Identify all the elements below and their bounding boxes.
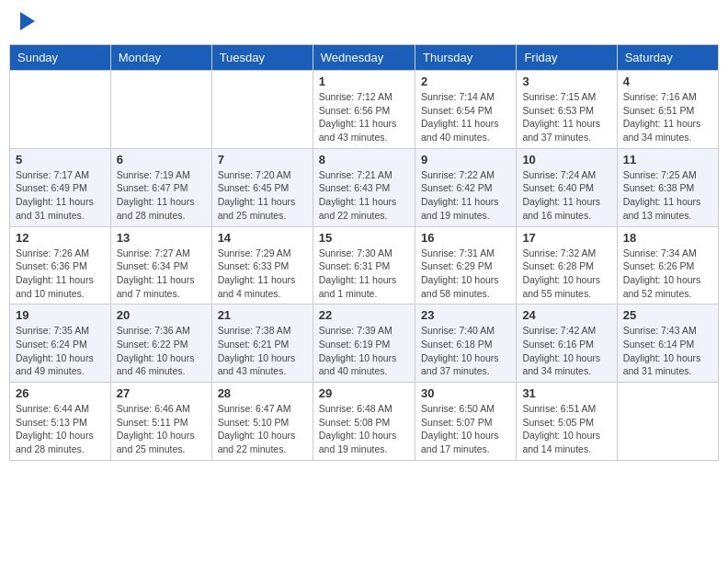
calendar-cell bbox=[10, 71, 111, 149]
calendar-table: SundayMondayTuesdayWednesdayThursdayFrid… bbox=[9, 44, 719, 461]
day-info: Sunrise: 7:27 AMSunset: 6:34 PMDaylight:… bbox=[117, 247, 206, 301]
day-number: 21 bbox=[218, 308, 307, 322]
day-number: 11 bbox=[623, 153, 712, 167]
day-info: Sunrise: 6:47 AMSunset: 5:10 PMDaylight:… bbox=[218, 402, 307, 456]
day-number: 26 bbox=[16, 386, 105, 400]
column-header-wednesday: Wednesday bbox=[313, 45, 415, 71]
calendar-cell bbox=[617, 383, 718, 461]
day-number: 10 bbox=[522, 153, 610, 167]
day-info: Sunrise: 7:24 AMSunset: 6:40 PMDaylight:… bbox=[522, 168, 610, 223]
day-info: Sunrise: 7:29 AMSunset: 6:33 PMDaylight:… bbox=[218, 247, 307, 301]
day-info: Sunrise: 7:12 AMSunset: 6:56 PMDaylight:… bbox=[319, 90, 409, 144]
day-number: 4 bbox=[623, 75, 712, 88]
calendar-cell: 14Sunrise: 7:29 AMSunset: 6:33 PMDayligh… bbox=[211, 226, 313, 304]
page-header bbox=[9, 9, 719, 35]
day-number: 13 bbox=[117, 231, 206, 245]
day-info: Sunrise: 7:42 AMSunset: 6:16 PMDaylight:… bbox=[522, 324, 610, 378]
day-info: Sunrise: 7:25 AMSunset: 6:38 PMDaylight:… bbox=[623, 168, 712, 223]
day-info: Sunrise: 6:46 AMSunset: 5:11 PMDaylight:… bbox=[117, 402, 206, 456]
day-info: Sunrise: 7:17 AMSunset: 6:49 PMDaylight:… bbox=[16, 168, 105, 223]
calendar-cell bbox=[110, 71, 211, 149]
calendar-cell: 31Sunrise: 6:51 AMSunset: 5:05 PMDayligh… bbox=[517, 383, 617, 461]
calendar-cell bbox=[211, 71, 313, 149]
day-number: 7 bbox=[218, 153, 307, 167]
calendar-cell: 5Sunrise: 7:17 AMSunset: 6:49 PMDaylight… bbox=[10, 148, 111, 226]
day-number: 16 bbox=[421, 231, 510, 245]
calendar-cell: 29Sunrise: 6:48 AMSunset: 5:08 PMDayligh… bbox=[313, 383, 415, 461]
day-info: Sunrise: 7:38 AMSunset: 6:21 PMDaylight:… bbox=[218, 324, 307, 378]
logo-arrow-icon bbox=[20, 12, 35, 30]
day-info: Sunrise: 7:34 AMSunset: 6:26 PMDaylight:… bbox=[623, 247, 712, 301]
calendar-cell: 8Sunrise: 7:21 AMSunset: 6:43 PMDaylight… bbox=[313, 148, 415, 226]
day-number: 24 bbox=[522, 308, 610, 322]
day-number: 18 bbox=[623, 231, 712, 245]
calendar-cell: 16Sunrise: 7:31 AMSunset: 6:29 PMDayligh… bbox=[415, 226, 516, 304]
day-number: 19 bbox=[16, 308, 105, 322]
calendar-cell: 11Sunrise: 7:25 AMSunset: 6:38 PMDayligh… bbox=[617, 148, 718, 226]
calendar-cell: 2Sunrise: 7:14 AMSunset: 6:54 PMDaylight… bbox=[415, 71, 516, 149]
day-info: Sunrise: 7:31 AMSunset: 6:29 PMDaylight:… bbox=[421, 247, 510, 301]
calendar-cell: 12Sunrise: 7:26 AMSunset: 6:36 PMDayligh… bbox=[10, 226, 111, 304]
day-info: Sunrise: 7:35 AMSunset: 6:24 PMDaylight:… bbox=[16, 324, 105, 378]
day-number: 25 bbox=[623, 308, 712, 322]
calendar-cell: 7Sunrise: 7:20 AMSunset: 6:45 PMDaylight… bbox=[211, 148, 313, 226]
calendar-cell: 26Sunrise: 6:44 AMSunset: 5:13 PMDayligh… bbox=[10, 383, 111, 461]
day-info: Sunrise: 7:30 AMSunset: 6:31 PMDaylight:… bbox=[319, 247, 409, 301]
calendar-cell: 28Sunrise: 6:47 AMSunset: 5:10 PMDayligh… bbox=[211, 383, 313, 461]
day-number: 30 bbox=[421, 386, 510, 400]
day-info: Sunrise: 7:32 AMSunset: 6:28 PMDaylight:… bbox=[522, 247, 610, 301]
calendar-cell: 9Sunrise: 7:22 AMSunset: 6:42 PMDaylight… bbox=[415, 148, 516, 226]
day-number: 20 bbox=[117, 308, 206, 322]
calendar-cell: 4Sunrise: 7:16 AMSunset: 6:51 PMDaylight… bbox=[617, 71, 718, 149]
calendar-week-row: 12Sunrise: 7:26 AMSunset: 6:36 PMDayligh… bbox=[10, 226, 719, 304]
calendar-week-row: 5Sunrise: 7:17 AMSunset: 6:49 PMDaylight… bbox=[10, 148, 719, 226]
calendar-cell: 10Sunrise: 7:24 AMSunset: 6:40 PMDayligh… bbox=[517, 148, 617, 226]
day-number: 1 bbox=[319, 75, 409, 88]
calendar-cell: 17Sunrise: 7:32 AMSunset: 6:28 PMDayligh… bbox=[517, 226, 617, 304]
calendar-cell: 21Sunrise: 7:38 AMSunset: 6:21 PMDayligh… bbox=[211, 304, 313, 383]
day-info: Sunrise: 7:21 AMSunset: 6:43 PMDaylight:… bbox=[319, 168, 409, 223]
day-number: 15 bbox=[319, 231, 409, 245]
calendar-cell: 15Sunrise: 7:30 AMSunset: 6:31 PMDayligh… bbox=[313, 226, 415, 304]
day-number: 6 bbox=[117, 153, 206, 167]
calendar-cell: 6Sunrise: 7:19 AMSunset: 6:47 PMDaylight… bbox=[110, 148, 211, 226]
calendar-header-row: SundayMondayTuesdayWednesdayThursdayFrid… bbox=[10, 45, 719, 71]
day-info: Sunrise: 6:44 AMSunset: 5:13 PMDaylight:… bbox=[16, 402, 105, 456]
day-number: 3 bbox=[522, 75, 610, 88]
day-number: 31 bbox=[522, 386, 610, 400]
column-header-tuesday: Tuesday bbox=[211, 45, 313, 71]
day-info: Sunrise: 6:48 AMSunset: 5:08 PMDaylight:… bbox=[319, 402, 409, 456]
day-number: 23 bbox=[421, 308, 510, 322]
day-number: 22 bbox=[319, 308, 409, 322]
day-number: 12 bbox=[16, 231, 105, 245]
calendar-cell: 1Sunrise: 7:12 AMSunset: 6:56 PMDaylight… bbox=[313, 71, 415, 149]
day-info: Sunrise: 7:16 AMSunset: 6:51 PMDaylight:… bbox=[623, 90, 712, 144]
column-header-saturday: Saturday bbox=[617, 45, 718, 71]
day-number: 14 bbox=[218, 231, 307, 245]
calendar-cell: 24Sunrise: 7:42 AMSunset: 6:16 PMDayligh… bbox=[517, 304, 617, 383]
logo bbox=[18, 14, 35, 30]
calendar-cell: 27Sunrise: 6:46 AMSunset: 5:11 PMDayligh… bbox=[110, 383, 211, 461]
day-info: Sunrise: 7:22 AMSunset: 6:42 PMDaylight:… bbox=[421, 168, 510, 223]
day-number: 5 bbox=[16, 153, 105, 167]
day-number: 17 bbox=[522, 231, 610, 245]
day-info: Sunrise: 7:43 AMSunset: 6:14 PMDaylight:… bbox=[623, 324, 712, 378]
day-number: 8 bbox=[319, 153, 409, 167]
column-header-friday: Friday bbox=[517, 45, 617, 71]
day-info: Sunrise: 7:14 AMSunset: 6:54 PMDaylight:… bbox=[421, 90, 510, 144]
calendar-week-row: 26Sunrise: 6:44 AMSunset: 5:13 PMDayligh… bbox=[10, 383, 719, 461]
day-info: Sunrise: 7:40 AMSunset: 6:18 PMDaylight:… bbox=[421, 324, 510, 378]
day-info: Sunrise: 6:50 AMSunset: 5:07 PMDaylight:… bbox=[421, 402, 510, 456]
calendar-cell: 23Sunrise: 7:40 AMSunset: 6:18 PMDayligh… bbox=[415, 304, 516, 383]
day-info: Sunrise: 6:51 AMSunset: 5:05 PMDaylight:… bbox=[522, 402, 610, 456]
column-header-thursday: Thursday bbox=[415, 45, 516, 71]
day-info: Sunrise: 7:20 AMSunset: 6:45 PMDaylight:… bbox=[218, 168, 307, 223]
day-info: Sunrise: 7:26 AMSunset: 6:36 PMDaylight:… bbox=[16, 247, 105, 301]
calendar-cell: 3Sunrise: 7:15 AMSunset: 6:53 PMDaylight… bbox=[517, 71, 617, 149]
day-info: Sunrise: 7:39 AMSunset: 6:19 PMDaylight:… bbox=[319, 324, 409, 378]
calendar-cell: 20Sunrise: 7:36 AMSunset: 6:22 PMDayligh… bbox=[110, 304, 211, 383]
day-number: 27 bbox=[117, 386, 206, 400]
day-number: 2 bbox=[421, 75, 510, 88]
day-info: Sunrise: 7:15 AMSunset: 6:53 PMDaylight:… bbox=[522, 90, 610, 144]
day-number: 9 bbox=[421, 153, 510, 167]
